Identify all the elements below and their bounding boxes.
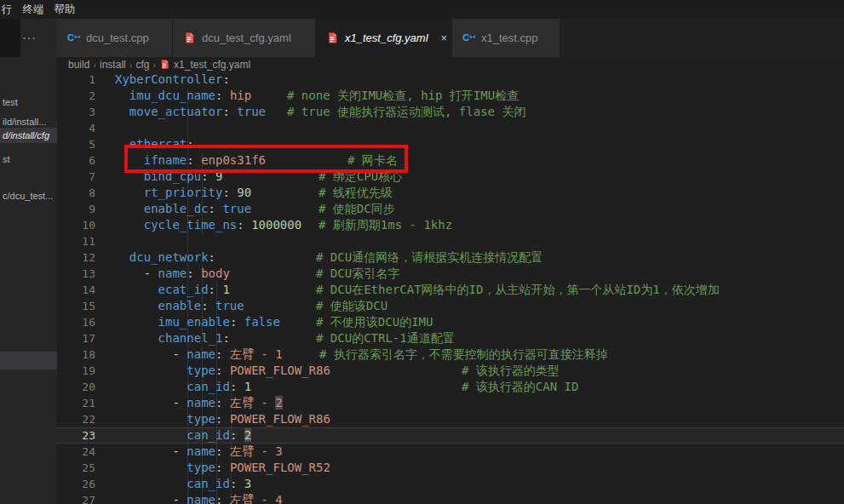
tab-dcu_test.cpp[interactable]: C++dcu_test.cpp (57, 19, 173, 57)
code-token (115, 186, 144, 199)
code-line-23[interactable]: 23 can_id: 2 (57, 427, 844, 444)
tab-x1_test.cpp[interactable]: C++x1_test.cpp (452, 19, 560, 57)
line-number: 12 (57, 249, 95, 266)
line-number: 26 (57, 476, 95, 492)
code-line-1[interactable]: 1XyberController: (57, 72, 844, 88)
line-content: type: POWER_FLOW_R86 (115, 411, 844, 427)
code-line-18[interactable]: 18 - name: 左臂 - 1# 执行器索引名字，不需要控制的执行器可直接注… (57, 346, 844, 363)
code-token: enable_dc (144, 202, 209, 215)
code-line-2[interactable]: 2 imu_dcu_name: hip# none 关闭IMU检查, hip 打… (57, 88, 844, 104)
line-number: 25 (57, 460, 95, 476)
code-line-4[interactable]: 4 (57, 120, 844, 136)
code-token: can_id (187, 477, 230, 490)
tab-dcu_test_cfg.yaml[interactable]: dcu_test_cfg.yaml (173, 19, 316, 57)
code-token: : (230, 428, 244, 442)
code-line-10[interactable]: 10 cycle_time_ns: 1000000# 刷新周期1ms - 1kh… (57, 217, 844, 233)
svg-text:C: C (67, 32, 74, 43)
code-token: : (230, 315, 244, 329)
line-number: 15 (57, 298, 95, 314)
line-number: 2 (57, 88, 95, 104)
breadcrumb-separator-icon: › (152, 60, 156, 70)
breadcrumb-item[interactable]: build (68, 59, 89, 71)
line-content (115, 120, 844, 136)
code-line-17[interactable]: 17 channel_1:# DCU的CTRL-1通道配置 (57, 330, 844, 346)
code-line-9[interactable]: 9 enable_dc: true# 使能DC同步 (57, 201, 844, 217)
menu-item-1[interactable]: 终端 (23, 3, 44, 17)
code-line-21[interactable]: 21 - name: 左臂 - 2 (57, 395, 844, 411)
sidebar-item[interactable]: c/dcu_test... (3, 188, 53, 203)
code-line-11[interactable]: 11 (57, 233, 844, 249)
line-number: 5 (57, 136, 95, 152)
code-token: 左臂 - 4 (230, 493, 283, 504)
line-number: 14 (57, 282, 95, 298)
code-line-14[interactable]: 14 ecat_id: 1# DCU在EtherCAT网络中的ID，从主站开始，… (57, 282, 844, 298)
code-line-26[interactable]: 26 can_id: 3 (57, 476, 844, 492)
breadcrumb-file-label: x1_test_cfg.yaml (174, 59, 250, 71)
line-number: 10 (57, 217, 95, 233)
code-editor[interactable]: 1XyberController:2 imu_dcu_name: hip# no… (57, 72, 844, 504)
breadcrumb-file[interactable]: x1_test_cfg.yaml (159, 59, 250, 71)
code-line-27[interactable]: 27 - name: 左臂 - 4 (57, 492, 844, 504)
code-token: dcu_network (129, 250, 209, 264)
yaml-file-icon (326, 32, 339, 44)
code-line-19[interactable]: 19 type: POWER_FLOW_R86# 该执行器的类型 (57, 363, 844, 379)
code-line-16[interactable]: 16 imu_enable: false# 不使用该DCU的IMU (57, 314, 844, 330)
code-token (115, 428, 187, 442)
code-token (115, 202, 144, 215)
code-token: ecat_id (158, 283, 209, 296)
code-token (115, 331, 158, 345)
line-number: 23 (57, 427, 95, 444)
line-number: 3 (57, 104, 95, 120)
code-token: - (144, 266, 158, 280)
code-token: : (209, 283, 223, 296)
close-icon[interactable]: × (441, 32, 448, 44)
menu-item-0[interactable]: 行 (2, 3, 13, 17)
line-number: 1 (57, 72, 95, 88)
line-number: 17 (57, 330, 95, 346)
sidebar-item[interactable]: d/install/cfg (0, 128, 58, 143)
code-comment: # 使能该DCU (316, 298, 388, 314)
tab-label: dcu_test_cfg.yaml (202, 32, 291, 44)
highlighted-token: 2 (275, 396, 282, 410)
code-line-22[interactable]: 22 type: POWER_FLOW_R86 (57, 411, 844, 427)
breadcrumb-item[interactable]: install (100, 59, 126, 71)
code-line-12[interactable]: 12 dcu_network:# DCU通信网络，请根据实机连接情况配置 (57, 249, 844, 266)
code-token (115, 89, 129, 102)
tab-label: x1_test.cpp (481, 32, 538, 44)
line-content: move_actuator: true# true 使能执行器运动测试, fla… (115, 104, 844, 120)
code-token (115, 364, 187, 377)
line-content: imu_dcu_name: hip# none 关闭IMU检查, hip 打开I… (115, 88, 844, 104)
more-actions-icon[interactable]: ··· (22, 31, 37, 44)
code-line-24[interactable]: 24 - name: 左臂 - 3 (57, 444, 844, 460)
code-token: : (209, 202, 223, 215)
code-token: : (215, 396, 230, 410)
code-line-13[interactable]: 13 - name: body# DCU索引名字 (57, 266, 844, 282)
code-line-15[interactable]: 15 enable: true# 使能该DCU (57, 298, 844, 314)
line-content: - name: 左臂 - 2 (115, 395, 844, 411)
code-line-25[interactable]: 25 type: POWER_FLOW_R52 (57, 460, 844, 476)
breadcrumb-item[interactable]: cfg (135, 59, 149, 71)
code-token: : (215, 412, 230, 426)
code-token: false (244, 315, 280, 329)
code-comment: # 使能DC同步 (319, 201, 395, 217)
code-token: XyberController (115, 72, 222, 86)
vscode-window: 行终端帮助 ··· testild/install...d/install/cf… (0, 0, 844, 504)
sidebar-item[interactable]: test (3, 94, 18, 110)
line-content: cycle_time_ns: 1000000# 刷新周期1ms - 1khz (115, 217, 844, 233)
code-token (115, 105, 129, 118)
svg-text:++: ++ (74, 34, 80, 40)
breadcrumb-separator-icon: › (129, 60, 133, 70)
code-comment: # DCU的CTRL-1通道配置 (316, 330, 455, 346)
line-content: ecat_id: 1# DCU在EtherCAT网络中的ID，从主站开始，第一个… (115, 282, 844, 298)
code-token (115, 315, 158, 329)
sidebar-item[interactable]: st (3, 152, 10, 167)
code-token: POWER_FLOW_R86 (230, 412, 330, 426)
code-comment: # DCU索引名字 (316, 266, 399, 282)
code-line-3[interactable]: 3 move_actuator: true# true 使能执行器运动测试, f… (57, 104, 844, 120)
code-token: 左臂 - 3 (230, 444, 283, 458)
code-token: : (215, 364, 230, 377)
tab-x1_test_cfg.yaml[interactable]: x1_test_cfg.yaml× (316, 19, 452, 57)
code-line-20[interactable]: 20 can_id: 1# 该执行器的CAN ID (57, 379, 844, 395)
menu-item-2[interactable]: 帮助 (55, 3, 76, 17)
code-line-8[interactable]: 8 rt_priority: 90# 线程优先级 (57, 185, 844, 201)
